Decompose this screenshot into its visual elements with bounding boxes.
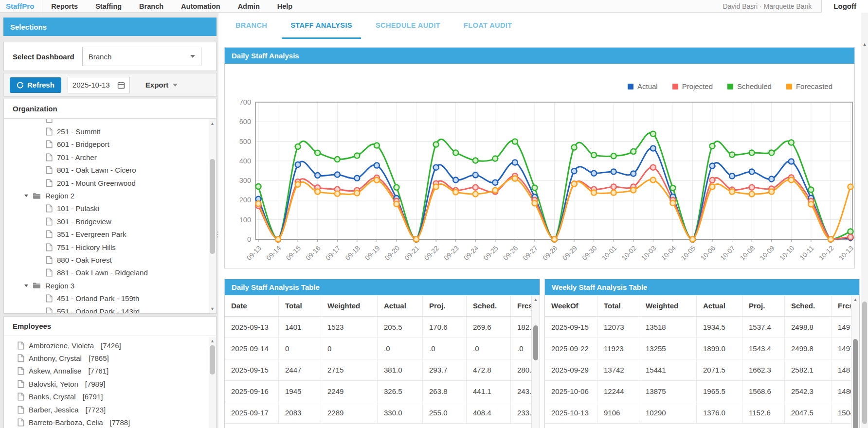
caret-down-icon[interactable] <box>24 285 28 287</box>
x-axis-tick-label: 10-10 <box>778 244 796 262</box>
tree-leaf-item[interactable]: 751 - Hickory Hills <box>4 241 209 253</box>
scroll-down-icon[interactable]: ▼ <box>209 305 216 312</box>
table-cell: 13518 <box>639 317 697 338</box>
table-cell: 0 <box>321 338 378 359</box>
tree-leaf-item[interactable]: 451 - Orland Park - 159th <box>4 292 209 304</box>
x-axis-tick-label: 10-03 <box>640 244 658 262</box>
scroll-up-icon[interactable]: ▲ <box>209 338 216 344</box>
employee-item[interactable]: Anthony, Crystal[7865] <box>4 352 209 364</box>
date-input[interactable]: 2025-10-13 <box>68 77 130 93</box>
tree-leaf-item[interactable]: 351 - Evergreen Park <box>4 228 209 241</box>
table-cell: 1568.6 <box>742 381 785 402</box>
employee-id: [7788] <box>110 418 130 427</box>
daily-table-scrollbar[interactable]: ▲ <box>531 295 540 428</box>
weekly-table-scrollbar[interactable]: ▲ <box>851 295 859 428</box>
data-point-forecasted <box>374 178 380 183</box>
data-point-actual <box>611 169 616 175</box>
data-point-scheduled <box>611 153 616 159</box>
page-scrollbar[interactable]: ▲ <box>861 13 868 428</box>
logoff-button[interactable]: Logoff <box>821 0 868 13</box>
x-axis-tick-label: 09-23 <box>442 244 460 262</box>
tab-staff-analysis[interactable]: STAFF ANALYSIS <box>282 13 361 39</box>
scrollbar-thumb[interactable] <box>210 345 215 374</box>
data-point-forecasted <box>611 190 616 196</box>
table-header-cell: Frcst. <box>832 295 851 316</box>
tree-leaf-item[interactable] <box>4 119 209 125</box>
document-icon <box>46 268 53 277</box>
scroll-up-icon[interactable]: ▲ <box>861 41 868 48</box>
tree-leaf-item[interactable]: 801 - Oak Lawn - Cicero <box>4 164 209 177</box>
employee-id: [7761] <box>88 367 108 375</box>
data-point-actual <box>512 160 518 165</box>
document-icon <box>46 140 53 148</box>
refresh-toolbar: Refresh 2025-10-13 Export <box>3 73 217 97</box>
nav-item-branch[interactable]: Branch <box>130 2 172 10</box>
tree-leaf-item[interactable]: 601 - Bridgeport <box>4 138 209 151</box>
x-axis-tick-label: 09-27 <box>521 244 539 262</box>
data-point-scheduled <box>335 157 340 162</box>
employee-name: Balovski, Yeton <box>29 380 78 388</box>
tree-leaf-item[interactable]: 301 - Bridgeview <box>4 215 209 228</box>
x-axis-tick-label: 09-22 <box>423 244 441 262</box>
employee-item[interactable]: Balovski, Yeton[7989] <box>4 377 209 390</box>
employee-item[interactable]: Ambroziene, Violeta[7426] <box>4 339 209 352</box>
scroll-up-icon[interactable]: ▲ <box>209 120 216 127</box>
table-cell: 330.0 <box>378 402 423 423</box>
nav-item-reports[interactable]: Reports <box>42 2 87 10</box>
scrollbar-thumb[interactable] <box>210 159 215 254</box>
data-point-forecasted <box>769 189 774 195</box>
app-logo[interactable]: StaffPro <box>0 2 42 10</box>
x-axis-tick-label: 09-30 <box>580 244 598 262</box>
tree-leaf-item[interactable]: 880 - Oak Forest <box>4 253 209 266</box>
employee-item[interactable]: Banks, Crystal[6791] <box>4 391 209 403</box>
x-axis-tick-label: 10-11 <box>798 244 815 262</box>
organization-scrollbar[interactable]: ▲ ▼ <box>209 119 216 313</box>
tab-branch[interactable]: BRANCH <box>227 13 276 39</box>
tab-float-audit[interactable]: FLOAT AUDIT <box>455 13 521 39</box>
employees-scrollbar[interactable]: ▲ <box>209 337 216 428</box>
tree-leaf-item[interactable]: 101 - Pulaski <box>4 202 209 215</box>
data-point-forecasted <box>729 189 735 195</box>
data-point-actual <box>453 177 458 182</box>
scrollbar-thumb[interactable] <box>853 339 858 428</box>
tree-leaf-item[interactable]: 251 - Summit <box>4 125 209 138</box>
export-button[interactable]: Export <box>145 81 178 89</box>
tree-leaf-item[interactable]: 551 - Orland Park - 143rd <box>4 305 209 313</box>
caret-down-icon[interactable] <box>24 195 28 197</box>
chevron-down-icon <box>190 55 195 58</box>
scrollbar-thumb[interactable] <box>533 325 538 360</box>
nav-item-admin[interactable]: Admin <box>229 2 269 10</box>
tree-leaf-item[interactable]: 201 - Mount Greenwood <box>4 177 209 189</box>
scrollbar-thumb[interactable] <box>862 302 867 424</box>
data-point-forecasted <box>453 189 458 195</box>
nav-item-automation[interactable]: Automation <box>172 2 229 10</box>
dashboard-select[interactable]: Branch <box>82 47 201 66</box>
table-cell: 15441 <box>639 359 697 380</box>
employee-id: [7426] <box>101 341 121 350</box>
table-header-cell: Proj. <box>742 295 785 316</box>
table-header-cell: Weighted <box>321 295 378 316</box>
tree-leaf-item[interactable]: 701 - Archer <box>4 151 209 163</box>
tree-folder-item[interactable]: Region 2 <box>4 189 209 202</box>
document-icon <box>18 406 24 414</box>
tree-item-label: 451 - Orland Park - 159th <box>57 294 139 303</box>
employee-item[interactable]: Askew, Annalise[7761] <box>4 365 209 377</box>
nav-item-staffing[interactable]: Staffing <box>87 2 130 10</box>
employee-item[interactable]: Barber, Jessica[7723] <box>4 403 209 416</box>
employee-item[interactable]: Barreto-Barboza, Celia[7788] <box>4 416 209 428</box>
tree-folder-item[interactable]: Region 3 <box>4 279 209 292</box>
table-row: 2025-09-1524472715381.0293.7472.8280. <box>225 359 531 381</box>
chart-body: ActualProjectedScheduledForecasted 01002… <box>225 64 854 268</box>
x-axis-tick-label: 09-18 <box>344 244 362 262</box>
data-point-forecasted <box>295 182 301 187</box>
scroll-up-icon[interactable]: ▲ <box>851 296 859 303</box>
tree-leaf-item[interactable]: 881 - Oak Lawn - Ridgeland <box>4 267 209 279</box>
tab-schedule-audit[interactable]: SCHEDULE AUDIT <box>367 13 449 39</box>
refresh-button[interactable]: Refresh <box>10 77 61 93</box>
nav-item-help[interactable]: Help <box>269 2 301 10</box>
table-cell: 12073 <box>597 317 639 338</box>
data-point-forecasted <box>275 237 281 242</box>
table-cell: 1934.5 <box>697 317 742 338</box>
table-cell: 1401 <box>279 317 321 338</box>
scroll-up-icon[interactable]: ▲ <box>532 296 540 303</box>
